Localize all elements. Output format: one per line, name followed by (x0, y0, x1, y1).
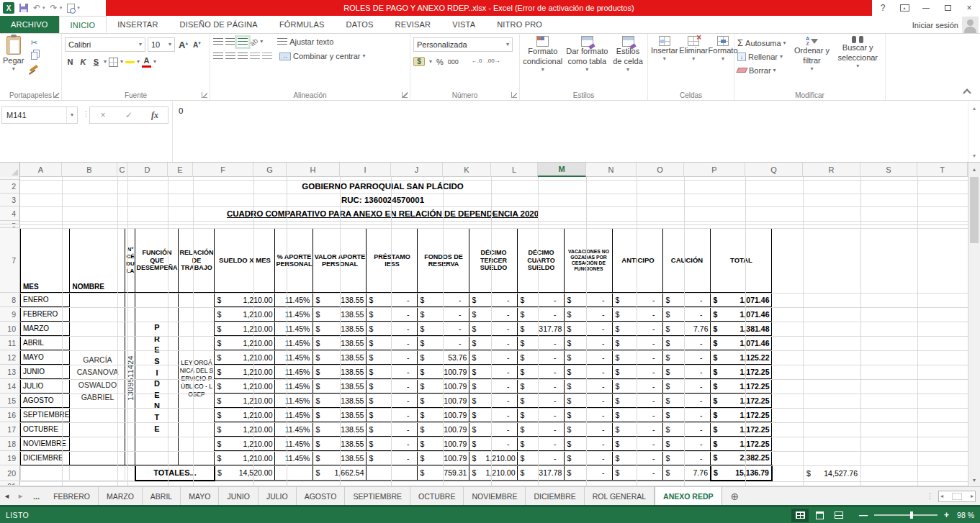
cell-L9[interactable]: $- (518, 307, 565, 322)
sort-filter-button[interactable]: AZ Ordenar y filtrar ▾ (791, 36, 834, 88)
cell-O10[interactable]: $7.76 (663, 322, 711, 336)
cell-F13[interactable]: $1,210.00 (215, 365, 275, 379)
cell-O11[interactable]: $- (663, 336, 711, 350)
row-header-12[interactable]: 12 (0, 350, 20, 365)
column-header-s[interactable]: S (860, 163, 917, 177)
next-sheet-icon[interactable]: ▸ (14, 487, 27, 505)
sheet-tab-julio[interactable]: JULIO (259, 487, 297, 505)
cell-O8[interactable]: $- (663, 293, 711, 307)
sheet-tab-octubre[interactable]: OCTUBRE (410, 487, 464, 505)
cell-K13[interactable]: $- (469, 365, 518, 379)
row-header-14[interactable]: 14 (0, 379, 20, 394)
cell-K11[interactable]: $- (469, 336, 518, 350)
row-header-10[interactable]: 10 (0, 322, 20, 336)
cell-I12[interactable]: $- (367, 350, 418, 365)
align-middle-icon[interactable] (225, 38, 235, 46)
format-painter-icon[interactable] (28, 63, 40, 73)
cell-L11[interactable]: $- (518, 336, 565, 350)
align-right-icon[interactable] (238, 53, 248, 60)
column-header-n[interactable]: N (586, 163, 637, 177)
cell-P10[interactable]: $1,381.48 (711, 322, 772, 336)
page-layout-view-button[interactable] (811, 509, 828, 522)
cell-G19[interactable]: 11.45% (275, 451, 313, 465)
format-as-table-button[interactable]: Dar formato como tabla ▾ (566, 36, 608, 88)
cell-P17[interactable]: $1,172.25 (711, 422, 772, 437)
cell-G12[interactable]: 11.45% (275, 350, 313, 365)
cell-I9[interactable]: $- (367, 307, 418, 322)
sheet-tab-junio[interactable]: JUNIO (219, 487, 259, 505)
row-header-4[interactable]: 4 (0, 206, 20, 221)
cell-I13[interactable]: $- (367, 365, 418, 379)
cell-N19[interactable]: $- (613, 451, 663, 465)
cell-F11[interactable]: $1,210.00 (215, 336, 275, 350)
cell-N18[interactable]: $- (613, 437, 663, 451)
cell-K20[interactable]: $1,210.00 (469, 465, 518, 481)
autosum-button[interactable]: ΣAutosuma▾ (737, 36, 786, 50)
row-header-19[interactable]: 19 (0, 451, 20, 465)
cell-L18[interactable]: $- (518, 437, 565, 451)
ribbon-tab-revisar[interactable]: REVISAR (385, 16, 442, 33)
bold-button[interactable]: N (65, 58, 76, 66)
new-sheet-button[interactable]: ⊕ (722, 487, 748, 505)
cell-L20[interactable]: $317.78 (518, 465, 565, 481)
cell-I17[interactable]: $- (367, 422, 418, 437)
column-header-e[interactable]: E (168, 163, 193, 177)
cell-M18[interactable]: $- (565, 437, 613, 451)
sheet-tab-febrero[interactable]: FEBRERO (45, 487, 99, 505)
avatar[interactable] (962, 17, 979, 33)
column-header-o[interactable]: O (637, 163, 684, 177)
row-header-16[interactable]: 16 (0, 408, 20, 422)
column-header-p[interactable]: P (684, 163, 745, 177)
number-format-select[interactable]: Personalizada▾ (413, 37, 513, 52)
cell-N13[interactable]: $- (613, 365, 663, 379)
sheet-tab-anexo-redp[interactable]: ANEXO REDP (655, 487, 721, 505)
row-header-18[interactable]: 18 (0, 437, 20, 451)
restore-button[interactable] (937, 0, 958, 16)
scroll-up-icon[interactable]: ▴ (968, 163, 980, 176)
delete-cells-button[interactable]: Eliminar ▾ (679, 36, 708, 88)
cell-G9[interactable]: 11.45% (275, 307, 313, 322)
cell-O15[interactable]: $- (663, 394, 711, 408)
cell-N12[interactable]: $- (613, 350, 663, 365)
wrap-text-button[interactable]: Ajustar texto (289, 37, 333, 46)
cell-K16[interactable]: $- (469, 408, 518, 422)
cell-O12[interactable]: $- (663, 350, 711, 365)
cell-F15[interactable]: $1,210.00 (215, 394, 275, 408)
row-header-20[interactable]: 20 (0, 465, 20, 481)
redo-dropdown-icon[interactable]: ▾ (60, 5, 63, 11)
cell-L13[interactable]: $- (518, 365, 565, 379)
row-header-7[interactable]: 7 (0, 228, 20, 293)
vertical-scrollbar[interactable]: ▴ ▾ (968, 163, 980, 486)
cell-I19[interactable]: $- (367, 451, 418, 465)
dialog-launcher-icon[interactable] (202, 92, 207, 98)
cell-M7[interactable]: VACACIONES NO GOZADAS POR CESACIÒN DE FU… (565, 229, 613, 293)
cell-M12[interactable]: $- (565, 350, 613, 365)
align-left-icon[interactable] (213, 53, 223, 60)
sheet-tab-diciembre[interactable]: DICIEMBRE (526, 487, 584, 505)
scrollbar-thumb[interactable] (970, 177, 979, 243)
cell-K7[interactable]: DÉCIMO TERCER SUELDO (469, 229, 518, 293)
cell-styles-button[interactable]: Estilos de celda ▾ (611, 36, 644, 88)
name-box[interactable]: M141▾ (1, 106, 78, 124)
cell-I20[interactable] (367, 465, 418, 481)
conditional-formatting-button[interactable]: Formato condicional ▾ (523, 36, 563, 88)
formula-input[interactable]: 0 (179, 106, 183, 115)
cell-G8[interactable]: 11.45% (275, 293, 313, 307)
cell-L7[interactable]: DÉCIMO CUARTO SUELDO (518, 229, 565, 293)
redo-icon[interactable]: ↷ (50, 4, 58, 12)
cell-I18[interactable]: $- (367, 437, 418, 451)
undo-icon[interactable]: ↶ (33, 4, 40, 12)
font-name-select[interactable]: Calibri▾ (65, 37, 145, 52)
merge-dropdown-icon[interactable]: ▾ (363, 53, 366, 59)
wrap-text-icon[interactable] (277, 38, 287, 46)
cell-P15[interactable]: $1,172.25 (711, 394, 772, 408)
cell-F16[interactable]: $1,210.00 (215, 408, 275, 422)
decrease-font-icon[interactable]: A▾ (192, 40, 202, 49)
horizontal-scrollbar[interactable]: ◂ ▸ (938, 491, 976, 502)
cell-O18[interactable]: $- (663, 437, 711, 451)
cell-R20[interactable]: $14,527.76 (804, 465, 860, 481)
cell-N16[interactable]: $- (613, 408, 663, 422)
formula-scroll-up-icon[interactable]: ▴ (968, 101, 980, 112)
column-header-q[interactable]: Q (745, 163, 803, 177)
borders-dropdown-icon[interactable]: ▾ (120, 59, 123, 65)
